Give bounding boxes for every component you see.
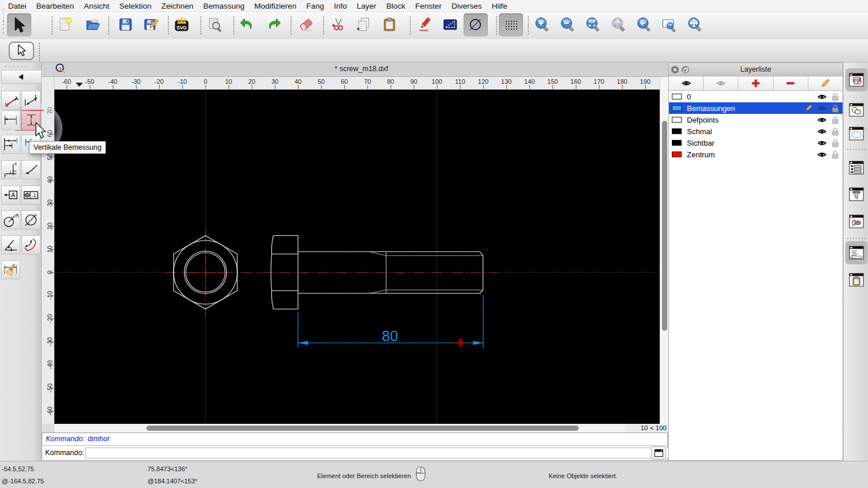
toolbar-drag-handle[interactable] [2, 8, 5, 25]
layer-color-swatch[interactable] [672, 94, 682, 99]
menu-bearbeiten[interactable]: Bearbeiten [36, 2, 74, 10]
menu-zeichnen[interactable]: Zeichnen [161, 2, 194, 10]
previous-view-button[interactable] [632, 13, 656, 36]
save-button[interactable] [113, 13, 138, 36]
menu-diverses[interactable]: Diverses [451, 2, 482, 10]
horizontal-scrollbar-thumb[interactable] [146, 426, 579, 431]
layer-visible-icon[interactable] [817, 151, 827, 158]
screen-linetypes-button[interactable] [464, 13, 488, 36]
add-layer-button[interactable] [738, 76, 773, 90]
view-list-dock-button[interactable] [845, 122, 867, 145]
layer-visible-icon[interactable] [817, 139, 827, 147]
layer-row-schmal[interactable]: Schmal [669, 125, 843, 137]
dim-benchmark-button[interactable] [1, 260, 20, 279]
layer-name: Zentrum [687, 150, 715, 159]
layer-row-defpoints[interactable]: Defpoints [669, 114, 843, 125]
menu-bemassung[interactable]: Bemassung [203, 2, 244, 10]
dim-ordinate-button[interactable]: xy [1, 160, 20, 179]
select-pointer-button[interactable] [7, 13, 31, 36]
paste-icon [380, 16, 399, 34]
menu-datei[interactable]: Datei [8, 2, 27, 10]
delete-button[interactable] [294, 13, 318, 36]
dim-tolerance-button[interactable]: .1 [21, 186, 41, 205]
horizontal-scrollbar[interactable] [54, 424, 625, 432]
cut-icon [329, 16, 348, 34]
redo-button[interactable] [261, 13, 285, 36]
zoom-window-button[interactable] [657, 13, 682, 36]
svg-export-button[interactable]: SVG [170, 13, 194, 36]
layer-color-swatch[interactable] [672, 128, 682, 134]
new-document-button[interactable] [53, 13, 78, 36]
menu-hilfe[interactable]: Hilfe [492, 2, 507, 10]
dim-aligned-button[interactable] [1, 91, 20, 110]
menu-info[interactable]: Info [334, 2, 347, 10]
dim-diametric-button[interactable] [21, 210, 41, 230]
menu-fenster[interactable]: Fenster [415, 2, 442, 10]
drawing-canvas[interactable]: 80 [54, 90, 660, 424]
dim-radial-button[interactable]: R [1, 210, 20, 230]
eye-on-button[interactable] [669, 76, 704, 90]
zoom-out-button[interactable] [556, 13, 580, 36]
block-list-dock-button[interactable] [845, 98, 867, 121]
layer-list-dock-button[interactable] [845, 68, 867, 91]
layer-row-zentrum[interactable]: Zentrum [669, 149, 843, 160]
auto-zoom-button[interactable] [581, 13, 605, 36]
zoom-selection-button[interactable] [606, 13, 631, 36]
menu-selektion[interactable]: Selektion [119, 2, 152, 10]
layer-row-0[interactable]: 0 [669, 91, 843, 102]
layer-row-bemassungen[interactable]: Bemassungen [669, 102, 843, 114]
property-editor-dock-button[interactable] [845, 156, 867, 179]
menu-ansicht[interactable]: Ansicht [84, 2, 109, 10]
dim-arc-button[interactable] [21, 235, 41, 254]
undo-button[interactable] [236, 13, 260, 36]
dim-angular-button[interactable] [1, 235, 20, 254]
edit-layer-button[interactable] [808, 76, 843, 90]
save-as-button[interactable] [139, 13, 163, 36]
layer-row-sichtbar[interactable]: Sichtbar [669, 137, 843, 149]
command-window-toggle-button[interactable] [651, 446, 666, 460]
ortho-mode-button[interactable] [438, 13, 462, 36]
main-arrow-tool-button[interactable] [9, 42, 34, 60]
pan-button[interactable] [683, 13, 707, 36]
dim-baseline-button[interactable] [1, 135, 20, 154]
remove-layer-button[interactable] [774, 76, 808, 90]
print-preview-button[interactable] [203, 13, 227, 36]
layer-color-swatch[interactable] [672, 140, 682, 146]
menu-block[interactable]: Block [386, 2, 405, 10]
vertical-scrollbar[interactable] [660, 77, 668, 424]
layer-visible-icon[interactable] [817, 93, 827, 101]
cut-button[interactable] [326, 13, 351, 36]
command-input[interactable] [85, 448, 694, 459]
dim-rotated-button[interactable] [21, 91, 41, 110]
zoom-in-button[interactable] [530, 13, 554, 36]
grid-toggle-button[interactable] [499, 13, 523, 36]
layer-visible-icon[interactable] [817, 105, 827, 112]
layer-visible-icon[interactable] [817, 116, 827, 124]
layer-visible-icon[interactable] [817, 128, 827, 135]
command-line-dock-button[interactable] [845, 241, 867, 264]
dim-horizontal-button[interactable] [1, 110, 20, 131]
paste-button[interactable] [377, 13, 402, 36]
document-tab-bar[interactable]: * screw_m18.dxf [54, 62, 668, 77]
dim-label-icon: A [2, 186, 20, 204]
open-file-button[interactable] [81, 13, 105, 36]
dim-leader-button[interactable] [21, 160, 41, 179]
menu-fang[interactable]: Fang [306, 2, 324, 10]
dim-label-button[interactable]: A [1, 186, 20, 205]
menu-modifizieren[interactable]: Modifizieren [255, 2, 297, 10]
layer-edit-icon[interactable] [804, 104, 812, 112]
draw-mode-button[interactable] [413, 13, 437, 36]
layer-color-swatch[interactable] [672, 105, 682, 111]
selection-filter-dock-button[interactable] [845, 183, 867, 206]
copy-button[interactable] [352, 13, 376, 36]
library-browser-dock-button[interactable] [845, 210, 867, 233]
menu-layer[interactable]: Layer [357, 2, 377, 10]
svg-text:R: R [15, 213, 19, 219]
layer-color-swatch[interactable] [672, 151, 682, 157]
remove-layer-icon [786, 79, 795, 88]
dock-separator [846, 149, 867, 150]
layer-color-swatch[interactable] [672, 117, 682, 123]
eye-off-button[interactable] [704, 76, 738, 90]
vertical-scrollbar-thumb[interactable] [662, 121, 667, 331]
clipboard-viewer-dock-button[interactable] [845, 268, 867, 291]
